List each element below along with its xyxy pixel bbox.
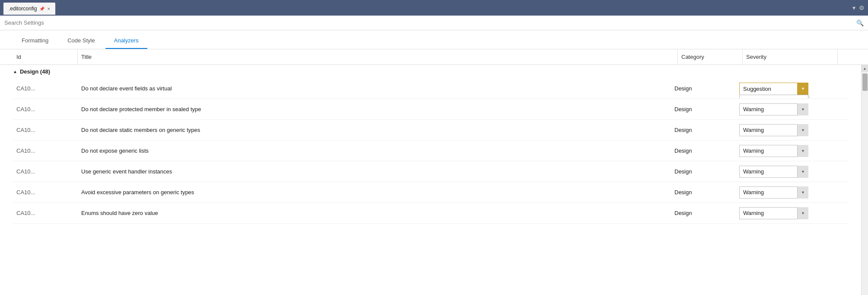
- cell-severity-6: Warning ▾: [736, 204, 831, 223]
- cell-severity-5: Warning ▾: [736, 183, 831, 202]
- table-row: CA10... Avoid excessive parameters on ge…: [13, 182, 848, 203]
- title-bar-right: ▾ ⚙: [852, 4, 865, 11]
- search-bar: 🔍: [0, 16, 868, 30]
- cell-id-1: CA10...: [13, 103, 78, 116]
- dropdown-popup-0: Disabled Suggestion Warning Error: [739, 95, 808, 98]
- table-container: Id Title Category Severity ▲ Design (48)…: [0, 49, 868, 295]
- close-icon[interactable]: ×: [47, 6, 50, 11]
- tab-label: .editorconfig: [9, 6, 37, 12]
- cell-id-5: CA10...: [13, 186, 78, 199]
- search-input[interactable]: [4, 19, 856, 26]
- title-bar: .editorconfig 📌 × ▾ ⚙: [0, 0, 868, 16]
- severity-dropdown-wrapper-3: Warning ▾: [739, 145, 808, 157]
- severity-dropdown-2[interactable]: Warning: [739, 124, 808, 136]
- severity-dropdown-1[interactable]: Warning: [739, 103, 808, 115]
- col-extra: [838, 49, 855, 64]
- cell-category-5: Design: [671, 186, 736, 199]
- cell-extra-0: [831, 85, 848, 92]
- cell-id-4: CA10...: [13, 165, 78, 178]
- col-category: Category: [678, 49, 743, 64]
- scroll-thumb[interactable]: [862, 74, 868, 91]
- table-row: CA10... Do not expose generic lists Desi…: [13, 141, 848, 161]
- cell-severity-3: Warning ▾: [736, 141, 831, 160]
- main-content: Formatting Code Style Analyzers Id Title…: [0, 30, 868, 295]
- cell-severity-0: Suggestion ▾ Disabled Suggestion Warning…: [736, 79, 831, 98]
- cell-id-6: CA10...: [13, 206, 78, 220]
- col-severity: Severity: [743, 49, 838, 64]
- severity-dropdown-wrapper-0: Suggestion ▾ Disabled Suggestion Warning…: [739, 83, 808, 95]
- tab-code-style[interactable]: Code Style: [59, 34, 104, 49]
- settings-icon[interactable]: ⚙: [859, 4, 865, 11]
- scroll-up-button[interactable]: ▲: [862, 65, 868, 72]
- severity-dropdown-3[interactable]: Warning: [739, 145, 808, 157]
- cell-category-1: Design: [671, 103, 736, 116]
- cell-title-5: Avoid excessive parameters on generic ty…: [78, 186, 671, 199]
- cell-title-1: Do not declare protected member in seale…: [78, 103, 671, 116]
- severity-dropdown-open[interactable]: Suggestion: [739, 83, 808, 95]
- cell-title-6: Enums should have zero value: [78, 206, 671, 220]
- content-scrollbar: ▲ Design (48) CA10... Do not declare eve…: [0, 65, 868, 295]
- cell-title-2: Do not declare static members on generic…: [78, 123, 671, 137]
- cell-title-0: Do not declare event fields as virtual: [78, 82, 671, 95]
- cell-severity-1: Warning ▾: [736, 100, 831, 119]
- severity-dropdown-wrapper-5: Warning ▾: [739, 186, 808, 199]
- severity-dropdown-wrapper-2: Warning ▾: [739, 124, 808, 136]
- cell-category-2: Design: [671, 123, 736, 137]
- search-icon: 🔍: [856, 19, 864, 26]
- cell-severity-2: Warning ▾: [736, 121, 831, 140]
- group-label: Design (48): [20, 68, 50, 75]
- table-row: CA10... Enums should have zero value Des…: [13, 203, 848, 224]
- cell-category-3: Design: [671, 144, 736, 157]
- severity-dropdown-5[interactable]: Warning: [739, 186, 808, 199]
- severity-dropdown-wrapper-4: Warning ▾: [739, 166, 808, 178]
- cell-category-6: Design: [671, 206, 736, 220]
- table-row: CA10... Do not declare event fields as v…: [13, 78, 848, 99]
- cell-id-2: CA10...: [13, 123, 78, 137]
- cell-extra-6: [831, 210, 848, 217]
- cell-extra-3: [831, 148, 848, 154]
- cell-category-0: Design: [671, 82, 736, 95]
- dropdown-icon[interactable]: ▾: [852, 4, 855, 11]
- option-disabled[interactable]: Disabled: [740, 95, 808, 98]
- pin-icon[interactable]: 📌: [39, 6, 45, 11]
- col-title: Title: [78, 49, 678, 64]
- tabs-row: Formatting Code Style Analyzers: [0, 30, 868, 49]
- table-header: Id Title Category Severity: [0, 49, 868, 65]
- table-row: CA10... Do not declare protected member …: [13, 99, 848, 120]
- group-header-design[interactable]: ▲ Design (48): [13, 65, 848, 78]
- severity-dropdown-wrapper-1: Warning ▾: [739, 103, 808, 115]
- tab-analyzers[interactable]: Analyzers: [105, 34, 147, 49]
- cell-extra-4: [831, 168, 848, 175]
- table-row: CA10... Do not declare static members on…: [13, 120, 848, 141]
- cell-extra-2: [831, 127, 848, 134]
- severity-dropdown-wrapper-6: Warning ▾: [739, 207, 808, 219]
- cell-id-0: CA10...: [13, 82, 78, 95]
- cell-category-4: Design: [671, 165, 736, 178]
- cell-extra-5: [831, 189, 848, 196]
- severity-dropdown-4[interactable]: Warning: [739, 166, 808, 178]
- severity-dropdown-6[interactable]: Warning: [739, 207, 808, 219]
- cell-severity-4: Warning ▾: [736, 162, 831, 181]
- table-body: ▲ Design (48) CA10... Do not declare eve…: [0, 65, 861, 295]
- group-collapse-icon: ▲: [13, 69, 17, 74]
- cell-title-4: Use generic event handler instances: [78, 165, 671, 178]
- scrollbar[interactable]: ▲: [861, 65, 868, 295]
- cell-id-3: CA10...: [13, 144, 78, 157]
- table-row: CA10... Use generic event handler instan…: [13, 161, 848, 182]
- cell-title-3: Do not expose generic lists: [78, 144, 671, 157]
- tab-formatting[interactable]: Formatting: [13, 34, 57, 49]
- cell-extra-1: [831, 106, 848, 113]
- editor-tab[interactable]: .editorconfig 📌 ×: [3, 3, 55, 15]
- col-id: Id: [13, 49, 78, 64]
